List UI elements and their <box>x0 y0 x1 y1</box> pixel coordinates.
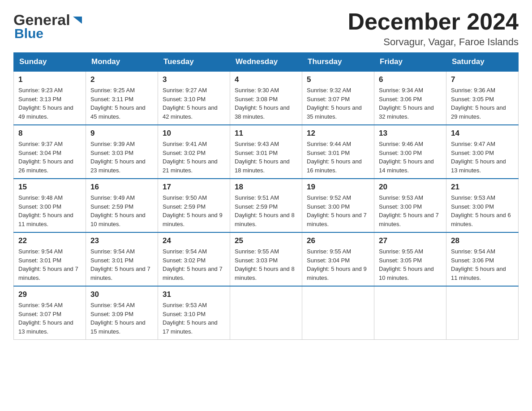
day-info: Sunrise: 9:55 AMSunset: 3:03 PMDaylight:… <box>235 247 297 282</box>
day-header-wednesday: Wednesday <box>230 53 302 72</box>
day-number: 6 <box>379 75 442 84</box>
day-info: Sunrise: 9:25 AMSunset: 3:11 PMDaylight:… <box>90 86 153 121</box>
day-number: 18 <box>235 183 297 192</box>
logo-blue: Blue <box>14 26 43 41</box>
day-number: 24 <box>163 236 225 245</box>
calendar-cell: 13 Sunrise: 9:46 AMSunset: 3:00 PMDaylig… <box>374 125 446 179</box>
calendar-cell: 30 Sunrise: 9:54 AMSunset: 3:09 PMDaylig… <box>86 286 158 340</box>
calendar-cell: 5 Sunrise: 9:32 AMSunset: 3:07 PMDayligh… <box>302 71 374 125</box>
day-info: Sunrise: 9:36 AMSunset: 3:05 PMDaylight:… <box>451 86 514 121</box>
day-info: Sunrise: 9:48 AMSunset: 3:00 PMDaylight:… <box>18 193 81 228</box>
day-header-friday: Friday <box>374 53 446 72</box>
day-header-thursday: Thursday <box>302 53 374 72</box>
calendar-cell: 3 Sunrise: 9:27 AMSunset: 3:10 PMDayligh… <box>158 71 230 125</box>
day-info: Sunrise: 9:54 AMSunset: 3:02 PMDaylight:… <box>163 247 225 282</box>
calendar-cell: 7 Sunrise: 9:36 AMSunset: 3:05 PMDayligh… <box>446 71 519 125</box>
calendar-cell: 18 Sunrise: 9:51 AMSunset: 2:59 PMDaylig… <box>230 179 302 232</box>
logo: General Blue <box>13 9 84 41</box>
calendar-cell <box>230 286 302 340</box>
calendar-cell: 25 Sunrise: 9:55 AMSunset: 3:03 PMDaylig… <box>230 232 302 286</box>
day-info: Sunrise: 9:51 AMSunset: 2:59 PMDaylight:… <box>235 193 297 228</box>
svg-marker-0 <box>73 17 82 24</box>
day-number: 9 <box>90 129 153 138</box>
day-info: Sunrise: 9:39 AMSunset: 3:03 PMDaylight:… <box>90 140 153 175</box>
day-info: Sunrise: 9:54 AMSunset: 3:09 PMDaylight:… <box>90 301 153 336</box>
location: Sorvagur, Vagar, Faroe Islands <box>348 36 519 48</box>
day-info: Sunrise: 9:47 AMSunset: 3:00 PMDaylight:… <box>451 140 514 175</box>
day-number: 2 <box>90 75 153 84</box>
day-info: Sunrise: 9:41 AMSunset: 3:02 PMDaylight:… <box>163 140 225 175</box>
calendar-cell: 20 Sunrise: 9:53 AMSunset: 3:00 PMDaylig… <box>374 179 446 232</box>
day-number: 29 <box>18 290 81 299</box>
day-number: 1 <box>18 75 81 84</box>
day-number: 20 <box>379 183 442 192</box>
calendar-header: SundayMondayTuesdayWednesdayThursdayFrid… <box>14 53 519 72</box>
day-info: Sunrise: 9:54 AMSunset: 3:01 PMDaylight:… <box>90 247 153 282</box>
day-number: 15 <box>18 183 81 192</box>
day-number: 14 <box>451 129 514 138</box>
page-header: General Blue December 2024 Sorvagur, Vag… <box>13 9 519 48</box>
logo-triangle-icon <box>71 14 84 26</box>
day-info: Sunrise: 9:30 AMSunset: 3:08 PMDaylight:… <box>235 86 297 121</box>
day-info: Sunrise: 9:55 AMSunset: 3:05 PMDaylight:… <box>379 247 442 282</box>
day-number: 17 <box>163 183 225 192</box>
day-info: Sunrise: 9:53 AMSunset: 3:10 PMDaylight:… <box>163 301 225 336</box>
day-info: Sunrise: 9:23 AMSunset: 3:13 PMDaylight:… <box>18 86 81 121</box>
day-info: Sunrise: 9:27 AMSunset: 3:10 PMDaylight:… <box>163 86 225 121</box>
day-info: Sunrise: 9:54 AMSunset: 3:07 PMDaylight:… <box>18 301 81 336</box>
day-info: Sunrise: 9:37 AMSunset: 3:04 PMDaylight:… <box>18 140 81 175</box>
day-number: 27 <box>379 236 442 245</box>
day-number: 7 <box>451 75 514 84</box>
day-header-sunday: Sunday <box>14 53 86 72</box>
week-row-2: 8 Sunrise: 9:37 AMSunset: 3:04 PMDayligh… <box>14 125 519 179</box>
calendar-cell: 1 Sunrise: 9:23 AMSunset: 3:13 PMDayligh… <box>14 71 86 125</box>
day-info: Sunrise: 9:55 AMSunset: 3:04 PMDaylight:… <box>307 247 369 282</box>
calendar-cell: 23 Sunrise: 9:54 AMSunset: 3:01 PMDaylig… <box>86 232 158 286</box>
day-number: 12 <box>307 129 369 138</box>
day-info: Sunrise: 9:50 AMSunset: 2:59 PMDaylight:… <box>163 193 225 228</box>
day-number: 16 <box>90 183 153 192</box>
day-info: Sunrise: 9:53 AMSunset: 3:00 PMDaylight:… <box>451 193 514 228</box>
calendar-cell: 4 Sunrise: 9:30 AMSunset: 3:08 PMDayligh… <box>230 71 302 125</box>
day-info: Sunrise: 9:52 AMSunset: 3:00 PMDaylight:… <box>307 193 369 228</box>
day-number: 30 <box>90 290 153 299</box>
calendar-cell: 26 Sunrise: 9:55 AMSunset: 3:04 PMDaylig… <box>302 232 374 286</box>
day-number: 21 <box>451 183 514 192</box>
calendar-cell: 16 Sunrise: 9:49 AMSunset: 2:59 PMDaylig… <box>86 179 158 232</box>
calendar-cell: 31 Sunrise: 9:53 AMSunset: 3:10 PMDaylig… <box>158 286 230 340</box>
calendar-cell: 17 Sunrise: 9:50 AMSunset: 2:59 PMDaylig… <box>158 179 230 232</box>
calendar-cell: 24 Sunrise: 9:54 AMSunset: 3:02 PMDaylig… <box>158 232 230 286</box>
calendar-cell: 19 Sunrise: 9:52 AMSunset: 3:00 PMDaylig… <box>302 179 374 232</box>
week-row-3: 15 Sunrise: 9:48 AMSunset: 3:00 PMDaylig… <box>14 179 519 232</box>
week-row-4: 22 Sunrise: 9:54 AMSunset: 3:01 PMDaylig… <box>14 232 519 286</box>
day-info: Sunrise: 9:54 AMSunset: 3:06 PMDaylight:… <box>451 247 514 282</box>
day-number: 31 <box>163 290 225 299</box>
week-row-5: 29 Sunrise: 9:54 AMSunset: 3:07 PMDaylig… <box>14 286 519 340</box>
calendar-cell: 29 Sunrise: 9:54 AMSunset: 3:07 PMDaylig… <box>14 286 86 340</box>
day-info: Sunrise: 9:43 AMSunset: 3:01 PMDaylight:… <box>235 140 297 175</box>
calendar-cell <box>446 286 519 340</box>
calendar-cell: 15 Sunrise: 9:48 AMSunset: 3:00 PMDaylig… <box>14 179 86 232</box>
calendar-cell: 21 Sunrise: 9:53 AMSunset: 3:00 PMDaylig… <box>446 179 519 232</box>
day-number: 28 <box>451 236 514 245</box>
day-number: 26 <box>307 236 369 245</box>
calendar-cell: 14 Sunrise: 9:47 AMSunset: 3:00 PMDaylig… <box>446 125 519 179</box>
day-number: 23 <box>90 236 153 245</box>
calendar-cell: 28 Sunrise: 9:54 AMSunset: 3:06 PMDaylig… <box>446 232 519 286</box>
day-info: Sunrise: 9:53 AMSunset: 3:00 PMDaylight:… <box>379 193 442 228</box>
calendar-cell: 12 Sunrise: 9:44 AMSunset: 3:01 PMDaylig… <box>302 125 374 179</box>
calendar-cell <box>374 286 446 340</box>
day-info: Sunrise: 9:54 AMSunset: 3:01 PMDaylight:… <box>18 247 81 282</box>
calendar-body: 1 Sunrise: 9:23 AMSunset: 3:13 PMDayligh… <box>14 71 519 340</box>
calendar-table: SundayMondayTuesdayWednesdayThursdayFrid… <box>13 52 519 340</box>
calendar-cell: 27 Sunrise: 9:55 AMSunset: 3:05 PMDaylig… <box>374 232 446 286</box>
day-info: Sunrise: 9:44 AMSunset: 3:01 PMDaylight:… <box>307 140 369 175</box>
month-title: December 2024 <box>348 9 519 34</box>
calendar-cell: 9 Sunrise: 9:39 AMSunset: 3:03 PMDayligh… <box>86 125 158 179</box>
calendar-cell: 10 Sunrise: 9:41 AMSunset: 3:02 PMDaylig… <box>158 125 230 179</box>
day-header-monday: Monday <box>86 53 158 72</box>
day-number: 8 <box>18 129 81 138</box>
day-number: 3 <box>163 75 225 84</box>
day-number: 19 <box>307 183 369 192</box>
day-info: Sunrise: 9:49 AMSunset: 2:59 PMDaylight:… <box>90 193 153 228</box>
